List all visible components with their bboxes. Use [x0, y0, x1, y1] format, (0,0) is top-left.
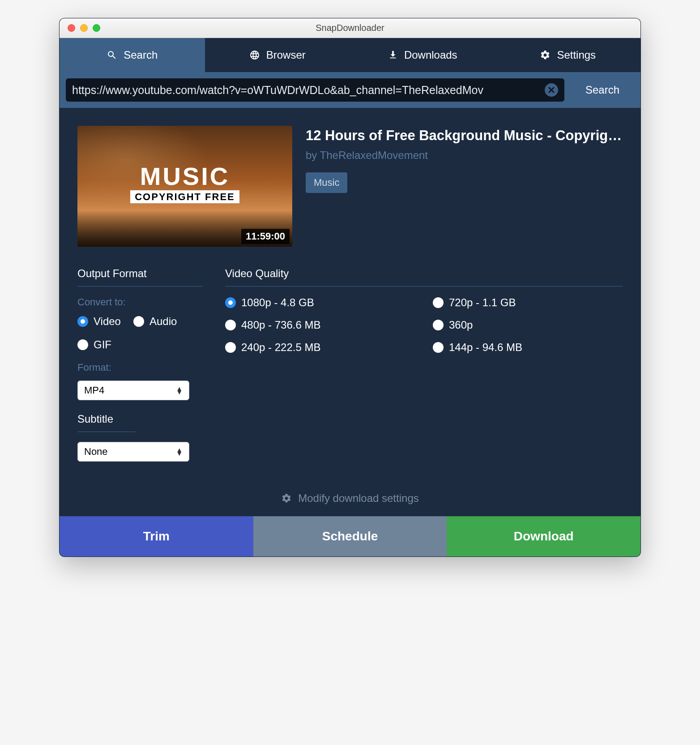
schedule-button-label: Schedule	[322, 529, 378, 544]
search-button[interactable]: Search	[564, 72, 640, 108]
tab-search[interactable]: Search	[60, 38, 205, 72]
quality-option-360p[interactable]: 360p	[433, 319, 623, 331]
convert-option-video-label: Video	[94, 315, 121, 328]
clear-url-button[interactable]	[545, 83, 558, 97]
subtitle-dropdown[interactable]: None ▲▼	[77, 442, 189, 462]
quality-option-1080p[interactable]: 1080p - 4.8 GB	[225, 296, 415, 309]
video-quality-heading: Video Quality	[225, 267, 623, 287]
video-author: by TheRelaxedMovement	[306, 149, 623, 162]
format-label: Format:	[77, 362, 203, 373]
radio-icon	[433, 320, 444, 330]
radio-icon	[77, 316, 88, 327]
quality-grid: 1080p - 4.8 GB 720p - 1.1 GB 480p - 736.…	[225, 296, 623, 354]
video-duration: 11:59:00	[241, 229, 290, 244]
convert-option-gif[interactable]: GIF	[77, 338, 111, 351]
quality-label: 240p - 222.5 MB	[241, 341, 320, 354]
search-button-label: Search	[585, 84, 619, 96]
content-area: MUSIC COPYRIGHT FREE 11:59:00 12 Hours o…	[60, 108, 640, 516]
quality-label: 720p - 1.1 GB	[449, 296, 516, 309]
search-bar: Search	[60, 72, 640, 108]
modify-download-settings[interactable]: Modify download settings	[77, 474, 623, 516]
convert-option-video[interactable]: Video	[77, 315, 121, 328]
thumb-overlay-sub: COPYRIGHT FREE	[77, 191, 292, 203]
radio-icon	[433, 342, 444, 353]
video-quality-section: Video Quality 1080p - 4.8 GB 720p - 1.1 …	[225, 267, 623, 474]
format-value: MP4	[84, 385, 104, 396]
output-format-heading: Output Format	[77, 267, 203, 287]
quality-label: 1080p - 4.8 GB	[241, 296, 314, 309]
radio-icon	[77, 339, 88, 350]
video-info: 12 Hours of Free Background Music - Copy…	[306, 126, 623, 247]
tab-downloads[interactable]: Downloads	[350, 38, 495, 72]
gear-icon	[281, 493, 292, 504]
modify-label: Modify download settings	[298, 492, 418, 505]
trim-button[interactable]: Trim	[60, 516, 253, 557]
quality-label: 360p	[449, 319, 473, 331]
download-button[interactable]: Download	[447, 516, 640, 557]
quality-option-240p[interactable]: 240p - 222.5 MB	[225, 341, 415, 354]
video-header: MUSIC COPYRIGHT FREE 11:59:00 12 Hours o…	[77, 126, 623, 247]
convert-option-audio-label: Audio	[149, 315, 177, 328]
quality-option-480p[interactable]: 480p - 736.6 MB	[225, 319, 415, 331]
format-dropdown[interactable]: MP4 ▲▼	[77, 381, 189, 400]
url-input[interactable]	[72, 84, 545, 97]
radio-icon	[433, 297, 444, 308]
video-tags: Music	[306, 172, 623, 193]
video-tag: Music	[306, 172, 347, 193]
search-icon	[107, 50, 117, 60]
thumb-overlay-main: MUSIC	[77, 162, 292, 191]
radio-icon	[225, 342, 236, 353]
tab-settings[interactable]: Settings	[495, 38, 641, 72]
convert-option-audio[interactable]: Audio	[133, 315, 177, 328]
download-button-label: Download	[514, 529, 574, 544]
schedule-button[interactable]: Schedule	[253, 516, 447, 557]
output-format-section: Output Format Convert to: Video Audio	[77, 267, 203, 474]
titlebar: SnapDownloader	[60, 18, 640, 38]
quality-label: 480p - 736.6 MB	[241, 319, 320, 331]
tab-search-label: Search	[124, 49, 158, 61]
main-tabs: Search Browser Downloads Settings	[60, 38, 640, 72]
quality-label: 144p - 94.6 MB	[449, 341, 522, 354]
tab-browser[interactable]: Browser	[205, 38, 350, 72]
gear-icon	[540, 50, 551, 60]
convert-to-label: Convert to:	[77, 296, 203, 308]
trim-button-label: Trim	[143, 529, 170, 544]
url-input-wrap	[66, 78, 564, 102]
radio-icon	[133, 316, 144, 327]
radio-icon	[225, 297, 236, 308]
tab-settings-label: Settings	[557, 49, 596, 61]
download-icon	[388, 50, 398, 60]
tab-downloads-label: Downloads	[404, 49, 457, 61]
video-thumbnail: MUSIC COPYRIGHT FREE 11:59:00	[77, 126, 292, 247]
quality-option-144p[interactable]: 144p - 94.6 MB	[433, 341, 623, 354]
video-title: 12 Hours of Free Background Music - Copy…	[306, 128, 623, 144]
window-title: SnapDownloader	[60, 23, 640, 33]
close-icon	[548, 87, 555, 93]
app-window: SnapDownloader Search Browser Downloads …	[59, 18, 641, 557]
chevron-updown-icon: ▲▼	[176, 387, 183, 394]
globe-icon	[249, 50, 260, 60]
subtitle-value: None	[84, 446, 108, 458]
quality-option-720p[interactable]: 720p - 1.1 GB	[433, 296, 623, 309]
radio-icon	[225, 320, 236, 330]
convert-option-gif-label: GIF	[94, 338, 111, 351]
options-area: Output Format Convert to: Video Audio	[77, 267, 623, 474]
subtitle-heading: Subtitle	[77, 413, 136, 432]
chevron-updown-icon: ▲▼	[176, 448, 183, 455]
bottom-actions: Trim Schedule Download	[60, 516, 640, 557]
tab-browser-label: Browser	[266, 49, 306, 61]
